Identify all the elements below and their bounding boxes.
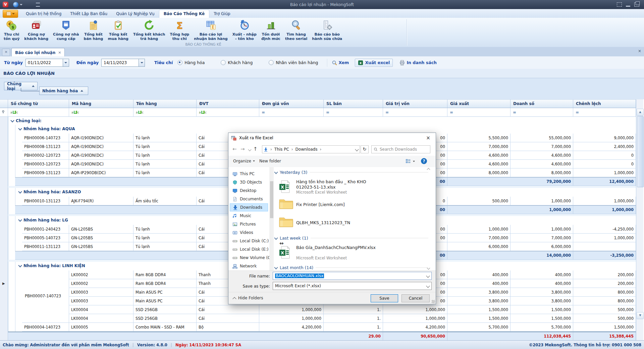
tabbar-close-icon[interactable] — [638, 49, 641, 53]
up-icon[interactable]: ↑ — [253, 146, 258, 152]
file-item-fix-printer-liemk-com[interactable]: Fix Printer [Liemk.com] — [275, 197, 428, 215]
cancel-button[interactable]: Cancel — [401, 294, 430, 302]
column-filter-cell-ch-nh-l-ch[interactable]: = — [573, 108, 636, 117]
grid-vertical-scrollbar[interactable]: ▲ ▼ — [636, 99, 643, 340]
sidebar-item-music[interactable]: Music — [230, 212, 268, 220]
column-filter-cell-n-gi-v-n[interactable]: = — [259, 108, 324, 117]
ribbon-button-t-ng-k-t-mua-h-ng[interactable]: Tổng kếtmua hàng — [105, 18, 131, 41]
column-header-ch-nh-l-ch[interactable]: Chênh lệch — [573, 99, 636, 108]
ribbon-button-xu-t-nh-p-t-n-kho[interactable]: Xuất - nhập- tồn kho — [230, 18, 259, 41]
menu-tab-b-o-c-o-th-ng-k[interactable]: Báo Cáo Thống Kê — [159, 10, 210, 18]
sidebar-item-this-pc[interactable]: This PC — [230, 170, 268, 178]
from-date-dropdown-icon[interactable] — [63, 59, 69, 66]
menu-tab-qu-n-l-nghi-p-v[interactable]: Quản Lý Nghiệp Vụ — [112, 10, 159, 18]
sidebar-item-new-volume-g[interactable]: New Volume (G:) — [230, 254, 268, 262]
view-options-button[interactable] — [405, 159, 415, 164]
scroll-up-icon[interactable]: ▲ — [637, 109, 644, 116]
sidebar-item-desktop[interactable]: Desktop — [230, 187, 268, 195]
column-header-sl-b-n[interactable]: SL bán — [324, 99, 383, 108]
resize-grip[interactable] — [432, 300, 435, 303]
maximize-button[interactable] — [634, 2, 639, 7]
ribbon-button-t-ng-k-t-b-n-h-ng[interactable]: Tổng kếtbán hàng — [82, 18, 106, 41]
close-all-tabs-button[interactable] — [2, 49, 10, 56]
breadcrumb[interactable]: This PC Downloads — [262, 145, 360, 153]
help-button[interactable]: ? — [421, 158, 427, 164]
chevron-down-icon[interactable] — [18, 127, 22, 130]
radio-h-ng-h-a[interactable]: Hàng hóa — [177, 60, 205, 65]
print-list-button[interactable]: In danh sách — [399, 60, 437, 65]
scrollbar-thumb[interactable] — [637, 116, 644, 187]
hide-folders-button[interactable]: Hide Folders — [233, 296, 263, 300]
column-header-m-h-ng[interactable]: Mã hàng — [69, 99, 133, 108]
column-header-s-ch-ng-t[interactable]: Số chứng từ — [8, 99, 69, 108]
quick-access-icon[interactable] — [36, 3, 40, 7]
ribbon-button-t-ng-h-p-thu-chi[interactable]: ΣTổng hợpthu chi — [167, 18, 192, 41]
sidebar-item-downloads[interactable]: Downloads — [230, 203, 268, 211]
chevron-down-icon[interactable] — [18, 218, 22, 221]
column-filter-cell-doanh-s[interactable]: = — [511, 108, 573, 117]
column-filter-cell-gi-tr-v-n[interactable]: = — [383, 108, 447, 117]
view-button[interactable]: Xem — [332, 60, 349, 65]
column-header-doanh-s[interactable]: Doanh số — [511, 99, 573, 108]
to-date-dropdown-icon[interactable] — [139, 59, 145, 66]
ribbon-button-b-o-c-o-b-o-h-nh-s-a-ch-a[interactable]: Báo cáo bảohành sửa chữa — [310, 18, 344, 41]
sidebar-item-network[interactable]: Network — [230, 262, 268, 270]
column-header-gi-tr-v-n[interactable]: Giá trị vốn — [383, 99, 447, 108]
chevron-down-icon[interactable] — [18, 190, 22, 193]
column-filter-cell-s-ch-ng-t[interactable]: aBc — [8, 108, 69, 117]
sidebar-item-3d-objects[interactable]: 3D Objects — [230, 178, 268, 186]
breadcrumb-downloads[interactable]: Downloads — [296, 147, 318, 152]
table-row[interactable]: LK00004SSD 256GBCái1,000,0001.1,000,0001… — [0, 305, 636, 314]
organize-button[interactable]: Organize — [233, 159, 255, 163]
app-menu-button[interactable] — [3, 10, 18, 18]
ribbon-button-t-ng-k-t-kh-ch-tr-h-ng[interactable]: Tổng kết kháchtrả hàng — [131, 18, 167, 41]
table-row[interactable]: LK00004SSD 256GBCái1,000,0001.1,000,0001… — [0, 314, 636, 323]
column-header-gi-xu-t[interactable]: Giá xuất — [447, 99, 511, 108]
orb-caret-icon[interactable] — [20, 4, 22, 5]
column-header-vt[interactable]: ĐVT — [197, 99, 259, 108]
column-filter-cell-m-h-ng[interactable]: aBc — [69, 108, 133, 117]
sidebar-scrollbar[interactable] — [269, 167, 274, 270]
column-filter-cell-vt[interactable]: aBc — [197, 108, 259, 117]
scroll-down-icon[interactable]: ▼ — [637, 312, 644, 319]
file-item-h-ng-t-n-kho-ban-u-kho-kho-012023-51-13-xlsx[interactable]: XHàng tồn kho ban đầu _ Kho KHO 012023-5… — [275, 179, 428, 197]
doc-tab-profit-report[interactable]: Báo cáo lợi nhuận — [11, 48, 65, 57]
combo-dropdown-icon[interactable] — [426, 274, 430, 278]
table-row[interactable]: PBH00004-140723LK00005Combo MAIN - SSD -… — [0, 323, 636, 332]
sidebar-item-local-disk-c[interactable]: Local Disk (C:) — [230, 237, 268, 245]
menu-tab-thi-t-l-p-ban-u[interactable]: Thiết Lập Ban Đầu — [66, 10, 112, 18]
sidebar-item-documents[interactable]: Documents — [230, 195, 268, 203]
save-type-combobox[interactable]: Microsoft Excel (*.xlsx) — [273, 282, 432, 290]
file-item-qlbh-mks-13112023-tn[interactable]: QLBH_MKS_13112023_TN — [275, 215, 428, 233]
groupby-productgroup-button[interactable]: Nhóm hàng hóa — [39, 87, 88, 95]
export-excel-button[interactable]: x Xuất excel — [355, 59, 393, 67]
fullscreen-button[interactable] — [617, 2, 622, 7]
combo-dropdown-icon[interactable] — [426, 284, 430, 288]
forward-icon[interactable]: → — [240, 146, 245, 152]
orb-icon[interactable] — [13, 2, 18, 7]
to-date-input[interactable]: 14/11/2023 — [101, 59, 145, 67]
refresh-button[interactable]: ↻ — [361, 145, 369, 153]
breadcrumb-this-pc[interactable]: This PC — [274, 147, 289, 152]
menu-tab-qu-n-tr-h-th-ng[interactable]: Quản trị hệ thống — [21, 10, 66, 18]
chevron-down-icon[interactable] — [18, 263, 22, 267]
file-item-b-o-g-a-danhsachchucnangpmv-xlsx[interactable]: XBáo Gía_DanhSachChucNangPMV.xlsxMicroso… — [275, 244, 428, 262]
column-header-t-n-h-ng[interactable]: Tên hàng — [133, 99, 197, 108]
breadcrumb-dropdown-icon[interactable] — [355, 147, 359, 151]
minimize-button[interactable] — [626, 3, 630, 7]
ribbon-button-c-ng-n-nh-cung-c-p[interactable]: Công nợ nhàcung cấp — [51, 18, 81, 41]
dialog-close-icon[interactable] — [421, 133, 436, 143]
doc-tab-close-icon[interactable] — [58, 50, 61, 55]
scrollbar-thumb[interactable] — [270, 181, 273, 218]
file-group-yesterday-3[interactable]: Yesterday (3) — [275, 170, 428, 175]
column-header-n-gi-v-n[interactable]: Đơn giá vốn — [259, 99, 324, 108]
save-button[interactable]: Save — [371, 294, 398, 302]
ribbon-button-thu-chi-t-n-qu[interactable]: €$Thu chitồn quỹ — [1, 18, 22, 41]
new-folder-button[interactable]: New folder — [259, 159, 281, 163]
ribbon-button-t-m-h-ng-theo-serial[interactable]: Tìm hàngtheo serial — [283, 18, 310, 41]
radio-kh-ch-h-ng[interactable]: Khách hàng — [221, 60, 253, 65]
search-input[interactable]: Search Downloads — [371, 145, 430, 153]
radio-nh-n-vi-n-b-n-h-ng[interactable]: Nhân viên bán hàng — [269, 60, 318, 65]
group-row-category[interactable]: Chủng loại: — [0, 117, 636, 125]
sidebar-item-local-disk-e[interactable]: Local Disk (E:) — [230, 245, 268, 253]
